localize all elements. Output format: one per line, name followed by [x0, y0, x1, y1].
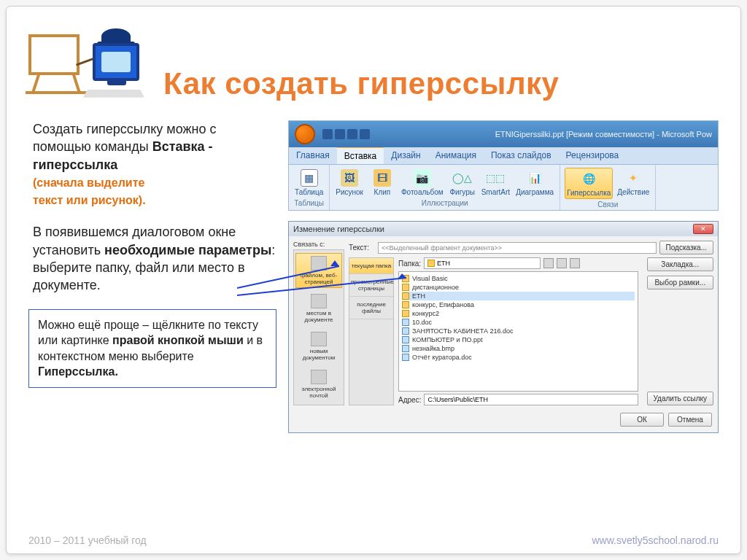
btn-chart[interactable]: 📊Диаграмма: [514, 168, 555, 198]
dialog-titlebar: Изменение гиперссылки ✕: [289, 222, 718, 236]
folder-icon: [402, 275, 409, 282]
file-row[interactable]: 10.doc: [402, 318, 635, 327]
slide-header: Как создать гиперссылку: [28, 20, 719, 107]
folder-combo[interactable]: ETH: [424, 257, 541, 269]
link-to-icon: [311, 370, 327, 384]
link-to-option[interactable]: электронной почтой: [295, 367, 342, 402]
file-list[interactable]: Visual BasicдистанционноеETHконкурс, Епи…: [398, 271, 638, 392]
link-to-icon: [311, 256, 327, 271]
tab-slideshow[interactable]: Показ слайдов: [484, 147, 559, 164]
folder-icon: [427, 260, 435, 267]
link-to-option[interactable]: новым документом: [295, 329, 342, 364]
left-text-column: Создать гиперссылку можно с помощью кома…: [28, 120, 276, 433]
browse-web-icon[interactable]: [557, 258, 567, 268]
file-row[interactable]: ETH: [402, 292, 635, 300]
slide: Как создать гиперссылку Создать гиперссы…: [6, 6, 741, 554]
btn-shapes[interactable]: ◯△Фигуры: [448, 168, 477, 198]
file-row[interactable]: Visual Basic: [402, 274, 635, 283]
file-icon: [402, 319, 409, 326]
window-titlebar: ETNIGiperssilki.ppt [Режим совместимости…: [289, 121, 718, 147]
ribbon-tabs: Главная Вставка Дизайн Анимация Показ сл…: [289, 147, 718, 165]
btn-bookmark[interactable]: Закладка...: [647, 257, 713, 271]
look-in-option[interactable]: последние файлы: [349, 297, 393, 319]
hyperlink-dialog: Изменение гиперссылки ✕ Связать с: файло…: [288, 221, 719, 433]
btn-table[interactable]: ▦Таблица: [293, 168, 325, 198]
btn-picture[interactable]: 🖼Рисунок: [334, 168, 365, 198]
link-to-option[interactable]: местом в документе: [295, 291, 342, 326]
file-icon: [402, 345, 409, 352]
paragraph-2: В появившемся диалоговом окне установить…: [28, 223, 276, 294]
file-icon: [402, 336, 409, 343]
folder-icon: [402, 292, 409, 300]
folder-icon: [402, 301, 409, 308]
address-label: Адрес:: [398, 396, 421, 404]
tab-home[interactable]: Главная: [289, 147, 337, 164]
tab-insert[interactable]: Вставка: [337, 147, 384, 164]
right-screenshots-column: ETNIGiperssilki.ppt [Режим совместимости…: [288, 120, 719, 433]
file-icon: [402, 327, 409, 335]
link-to-panel: файлом, веб-страницейместом в документен…: [293, 249, 344, 405]
group-links: 🌐Гиперссылка ✦Действие Связи: [560, 165, 656, 210]
tip-box: Можно ещё проще – щёлкните по тексту или…: [28, 309, 276, 388]
file-row[interactable]: дистанционное: [402, 283, 635, 292]
btn-smartart[interactable]: ⬚⬚SmartArt: [480, 168, 511, 198]
slide-footer: 2010 – 2011 учебный год www.svetly5schoo…: [28, 534, 719, 546]
file-row[interactable]: незнайка.bmp: [402, 344, 635, 353]
text-field[interactable]: <<Выделенный фрагмент документа>>: [378, 242, 657, 254]
powerpoint-ribbon: ETNIGiperssilki.ppt [Режим совместимости…: [288, 120, 719, 211]
btn-cancel[interactable]: Отмена: [668, 413, 712, 427]
folder-label: Папка:: [398, 260, 421, 268]
btn-screentip[interactable]: Подсказка...: [659, 241, 713, 254]
tab-review[interactable]: Рецензирова: [559, 147, 627, 164]
btn-remove-link[interactable]: Удалить ссылку: [647, 392, 713, 405]
quick-access-toolbar[interactable]: [322, 129, 370, 139]
link-to-option[interactable]: файлом, веб-страницей: [295, 253, 342, 288]
btn-album[interactable]: 📷Фотоальбом: [400, 168, 445, 198]
text-label: Текст:: [349, 244, 375, 252]
link-to-icon: [311, 294, 327, 308]
folder-icon: [402, 310, 409, 317]
clipart-computer-teacher: [28, 20, 149, 107]
look-in-panel: текущая папкапросмотренные страницыпосле…: [349, 257, 394, 405]
file-row[interactable]: Отчёт куратора.doc: [402, 353, 635, 362]
btn-hyperlink[interactable]: 🌐Гиперссылка: [565, 168, 613, 199]
look-in-option[interactable]: текущая папка: [349, 258, 393, 274]
btn-clip[interactable]: 🎞Клип: [368, 168, 397, 198]
up-folder-icon[interactable]: [543, 258, 554, 268]
tab-animation[interactable]: Анимация: [428, 147, 484, 164]
group-tables: ▦Таблица Таблицы: [289, 165, 330, 210]
globe-chain-icon: 🌐: [580, 170, 597, 187]
file-row[interactable]: конкурс, Епифанова: [402, 300, 635, 309]
window-title: ETNIGiperssilki.ppt [Режим совместимости…: [495, 130, 712, 139]
file-row[interactable]: ЗАНЯТОСТЬ КАБИНЕТА 216.doc: [402, 327, 635, 335]
group-illustrations: 🖼Рисунок 🎞Клип 📷Фотоальбом ◯△Фигуры ⬚⬚Sm…: [330, 165, 560, 210]
file-icon: [402, 354, 409, 361]
close-icon[interactable]: ✕: [693, 224, 713, 234]
office-button-icon[interactable]: [295, 124, 315, 144]
address-field[interactable]: C:\Users\Public\ETH: [424, 394, 638, 405]
tab-design[interactable]: Дизайн: [384, 147, 427, 164]
folder-icon: [402, 284, 409, 291]
btn-ok[interactable]: ОК: [620, 413, 664, 427]
dialog-title: Изменение гиперссылки: [293, 225, 384, 233]
footer-link[interactable]: www.svetly5school.narod.ru: [592, 534, 719, 546]
link-to-label: Связать с:: [293, 241, 344, 248]
file-row[interactable]: конкурс2: [402, 309, 635, 318]
link-to-icon: [311, 332, 327, 346]
paragraph-1: Создать гиперссылку можно с помощью кома…: [28, 120, 276, 209]
btn-action[interactable]: ✦Действие: [616, 168, 651, 199]
footer-year: 2010 – 2011 учебный год: [28, 534, 147, 546]
file-row[interactable]: КОМПЬЮТЕР и ПО.ppt: [402, 335, 635, 344]
page-title: Как создать гиперссылку: [163, 20, 559, 101]
btn-target-frame[interactable]: Выбор рамки...: [647, 276, 713, 289]
browse-file-icon[interactable]: [570, 258, 580, 268]
look-in-option[interactable]: просмотренные страницы: [349, 274, 393, 297]
